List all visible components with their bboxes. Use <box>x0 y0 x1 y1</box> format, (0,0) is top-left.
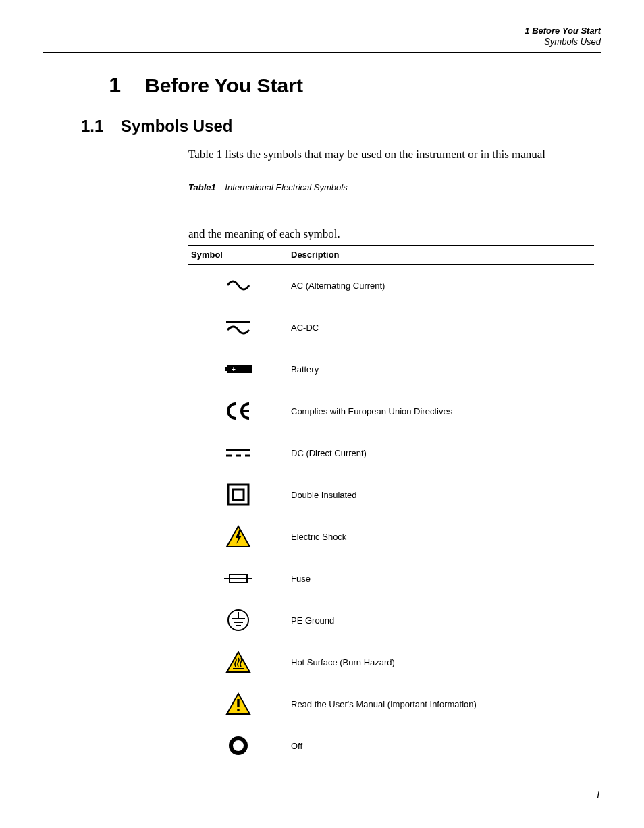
chapter-number: 1 <box>43 73 145 98</box>
table-cell-description: PE Ground <box>288 599 594 641</box>
fuse-icon <box>191 572 286 584</box>
chapter-heading: 1 Before You Start <box>43 73 601 98</box>
table-caption: Table1 International Electrical Symbols <box>188 182 594 192</box>
page-number: 1 <box>595 789 601 801</box>
ce-mark-icon <box>191 401 286 421</box>
table-cell-description: Fuse <box>288 557 594 599</box>
table-row: + Battery <box>188 348 594 390</box>
read-manual-icon <box>191 692 286 715</box>
table-row: Double Insulated <box>188 474 594 516</box>
table-cell-description: Read the User's Manual (Important Inform… <box>288 683 594 725</box>
table-cell-description: Battery <box>288 348 594 390</box>
table-cell-description: Off <box>288 725 594 767</box>
section-heading: 1.1 Symbols Used <box>43 117 601 136</box>
dc-icon <box>191 447 286 458</box>
svg-rect-2 <box>225 367 227 371</box>
svg-rect-10 <box>233 489 244 500</box>
section-title: Symbols Used <box>121 117 232 136</box>
battery-icon: + <box>191 363 286 375</box>
table-row: Complies with European Union Directives <box>188 390 594 432</box>
table-cell-description: Electric Shock <box>288 516 594 557</box>
svg-rect-9 <box>228 485 248 505</box>
table-caption-text: International Electrical Symbols <box>225 182 347 192</box>
table-row: DC (Direct Current) <box>188 432 594 474</box>
table-row: Fuse <box>188 557 594 599</box>
intro-paragraph-2: and the meaning of each symbol. <box>188 226 594 242</box>
table-row: PE Ground <box>188 599 594 641</box>
double-insulated-icon <box>191 483 286 506</box>
svg-text:+: + <box>232 366 236 373</box>
header-chapter: 1 Before You Start <box>43 26 601 36</box>
svg-rect-27 <box>237 699 239 707</box>
table-caption-label: Table1 <box>188 182 216 192</box>
table-row: AC (Alternating Current) <box>188 265 594 307</box>
table-row: Off <box>188 725 594 767</box>
section-number: 1.1 <box>43 117 121 136</box>
table-cell-description: Double Insulated <box>288 474 594 516</box>
table-header-description: Description <box>288 246 594 265</box>
electric-shock-icon <box>191 525 286 548</box>
table-cell-description: AC-DC <box>288 306 594 348</box>
header-section: Symbols Used <box>43 36 601 47</box>
pe-ground-icon <box>191 608 286 632</box>
svg-rect-28 <box>237 709 239 711</box>
ac-icon <box>191 279 286 292</box>
table-row: Hot Surface (Burn Hazard) <box>188 641 594 683</box>
table-cell-description: Complies with European Union Directives <box>288 390 594 432</box>
chapter-title: Before You Start <box>145 74 303 97</box>
hot-surface-icon <box>191 651 286 673</box>
running-header: 1 Before You Start Symbols Used <box>43 26 601 48</box>
ac-dc-icon <box>191 318 286 337</box>
table-cell-description: Hot Surface (Burn Hazard) <box>288 641 594 683</box>
table-row: AC-DC <box>188 306 594 348</box>
table-cell-description: AC (Alternating Current) <box>288 265 594 307</box>
intro-paragraph-1: Table 1 lists the symbols that may be us… <box>188 146 594 163</box>
table-row: Electric Shock <box>188 516 594 557</box>
table-header-symbol: Symbol <box>188 246 288 265</box>
svg-point-29 <box>231 738 246 753</box>
off-icon <box>191 735 286 756</box>
symbols-table: Symbol Description AC (Alternating Curre… <box>188 245 594 767</box>
table-row: Read the User's Manual (Important Inform… <box>188 683 594 725</box>
header-rule <box>43 52 601 53</box>
table-cell-description: DC (Direct Current) <box>288 432 594 474</box>
